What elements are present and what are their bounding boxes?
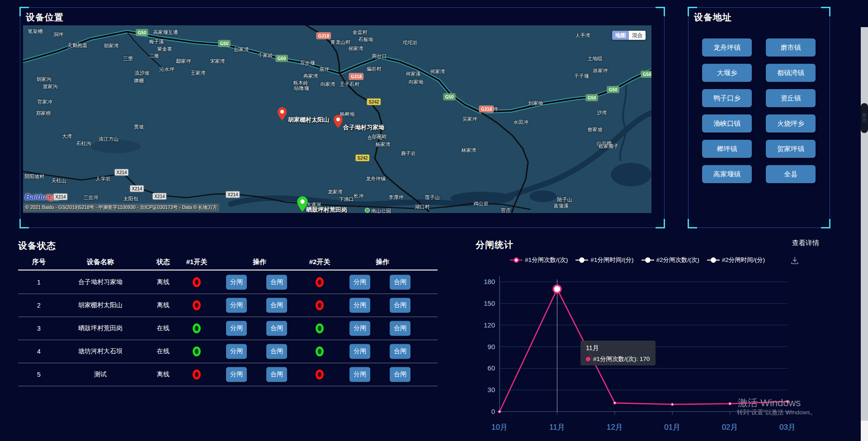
map-type-option-map[interactable]: 地图 [612, 31, 629, 40]
baidu-map[interactable]: 地图混合 Baidu地图 © 2021 Baidu - GS(2019)5218… [23, 25, 651, 213]
map-type-option-hybrid[interactable]: 混合 [629, 31, 646, 40]
map-place-label: 下渔口 [339, 196, 354, 203]
map-place-label: 阴阳坡村 [24, 173, 44, 180]
map-place-label: 人手湾 [576, 32, 590, 39]
map-place-label: 笔架槽 [28, 28, 43, 35]
open-switch2-button[interactable]: 分闸 [349, 298, 370, 313]
map-marker-label: 晒鼓坪村荒田岗 [306, 206, 347, 213]
svg-text:120: 120 [484, 321, 495, 329]
close-switch1-button[interactable]: 合闸 [266, 344, 287, 359]
legend-item-0[interactable]: #1分闸次数/(次) [510, 256, 568, 264]
scrollbar-track[interactable] [861, 27, 868, 421]
map-place-label: 官庄 [501, 207, 511, 213]
close-switch1-button[interactable]: 合闸 [266, 275, 287, 289]
address-button-5[interactable]: 资丘镇 [766, 89, 816, 107]
legend-item-1[interactable]: #1分闸时间/(分) [576, 256, 633, 264]
device-location-panel: 设备位置 地图混合 Baidu地图 © 2021 Baidu - GS(2019… [20, 7, 665, 228]
view-details-link[interactable]: 查看详情 [792, 239, 819, 247]
map-place-label: 沙湾 [597, 109, 607, 116]
open-switch2-button[interactable]: 分闸 [349, 367, 370, 382]
svg-text:12月: 12月 [607, 423, 623, 432]
address-panel-title: 设备地址 [694, 11, 732, 24]
close-switch1-button[interactable]: 合闸 [266, 367, 287, 382]
map-place-label: 石板坳 [359, 36, 373, 43]
address-button-0[interactable]: 龙舟坪镇 [702, 38, 752, 57]
map-place-label: 两岔口 [372, 53, 387, 60]
close-switch2-button[interactable]: 合闸 [390, 321, 410, 336]
map-place-label: 路家坪 [593, 67, 608, 74]
open-switch1-button[interactable]: 分闸 [226, 344, 247, 359]
open-switch2-button[interactable]: 分闸 [349, 321, 370, 336]
close-switch2-button[interactable]: 合闸 [390, 367, 410, 382]
cell-status: 离线 [157, 370, 170, 379]
address-button-3[interactable]: 都镇湾镇 [766, 64, 816, 82]
map-place-label: 杨家湾 [376, 141, 391, 148]
map-panel-title: 设备位置 [26, 11, 64, 24]
cell-device-name: 塘坊河村大石坝 [78, 347, 123, 356]
svg-text:60: 60 [487, 364, 495, 372]
table-row: 2胡家棚村太阳山离线分闸合闸分闸合闸 [18, 294, 438, 317]
legend-label: #1分闸次数/(次) [525, 256, 568, 264]
open-switch2-button[interactable]: 分闸 [349, 275, 370, 289]
cell-status: 在线 [157, 324, 170, 332]
legend-item-3[interactable]: #2分闸时间/(分) [707, 256, 765, 264]
map-attribution: © 2021 Baidu - GS(2019)5218号 - 甲测资字11009… [23, 204, 219, 212]
column-header: #1开关 [186, 258, 208, 266]
open-switch1-button[interactable]: 分闸 [226, 367, 247, 382]
chart-legend: #1分闸次数/(次)#1分闸时间/(分)#2分闸次数/(次)#2分闸时间/(分) [510, 256, 765, 264]
table-row: 3晒鼓坪村荒田岗在线分闸合闸分闸合闸 [18, 317, 438, 340]
close-switch2-button[interactable]: 合闸 [390, 298, 410, 313]
road-badge-g50: G50 [586, 95, 598, 101]
scrollbar-corner [861, 421, 868, 441]
map-place-label: 石柱沟 [76, 140, 91, 147]
column-header: 序号 [32, 258, 46, 266]
cell-status: 在线 [157, 347, 170, 356]
open-switch1-button[interactable]: 分闸 [226, 275, 247, 289]
address-button-7[interactable]: 火烧坪乡 [766, 114, 816, 133]
address-button-10[interactable]: 高家堰镇 [702, 165, 752, 183]
open-switch1-button[interactable]: 分闸 [226, 321, 247, 336]
windows-activation-watermark: 激活 Windows [738, 396, 801, 410]
map-place-label: 官家冲 [38, 99, 52, 105]
map-type-control[interactable]: 地图混合 [612, 31, 646, 40]
map-place-label: 长冲 [354, 193, 363, 199]
address-button-11[interactable]: 全县 [766, 165, 816, 183]
map-place-label: 侯家湾 [349, 45, 363, 52]
map-place-label: 何家湾 [430, 68, 445, 75]
address-button-6[interactable]: 渔峡口镇 [702, 114, 752, 133]
close-switch2-button[interactable]: 合闸 [390, 344, 410, 359]
column-header: #2开关 [309, 258, 330, 266]
map-marker-pin[interactable] [278, 107, 287, 122]
address-button-2[interactable]: 大堰乡 [702, 64, 752, 82]
table-row: 5测试离线分闸合闸分闸合闸 [18, 363, 438, 386]
map-marker-pin[interactable] [334, 115, 343, 130]
legend-label: #1分闸时间/(分) [590, 256, 633, 264]
open-switch2-button[interactable]: 分闸 [349, 344, 370, 359]
road-badge-x214: X214 [226, 191, 240, 198]
column-header: 操作 [376, 258, 389, 266]
close-switch1-button[interactable]: 合闸 [266, 298, 287, 313]
open-switch1-button[interactable]: 分闸 [226, 298, 247, 313]
svg-text:90: 90 [487, 343, 495, 351]
close-switch2-button[interactable]: 合闸 [390, 275, 410, 289]
road-badge-g50: G50 [218, 40, 231, 47]
download-icon[interactable] [790, 256, 799, 267]
map-place-label: 三堡 [123, 55, 133, 62]
corner-decoration [821, 7, 830, 16]
map-place-label: 腰棚 [134, 77, 144, 84]
address-button-4[interactable]: 鸭子口乡 [702, 89, 752, 107]
address-button-9[interactable]: 贺家坪镇 [766, 140, 816, 158]
switch2-status-indicator-red [316, 277, 324, 287]
map-place-label: 麂子岩 [401, 150, 416, 157]
map-place-label: 土地咀 [588, 55, 603, 62]
road-badge-g50: G50 [443, 94, 456, 100]
legend-item-2[interactable]: #2分闸次数/(次) [642, 256, 699, 264]
road-badge-g318: G318 [349, 73, 363, 80]
svg-text:150: 150 [484, 299, 495, 307]
scrollbar-thumb[interactable] [861, 103, 868, 133]
close-switch1-button[interactable]: 合闸 [266, 321, 287, 336]
corner-decoration [656, 7, 665, 16]
column-header: 状态 [156, 258, 170, 266]
address-button-1[interactable]: 磨市镇 [766, 38, 816, 57]
address-button-8[interactable]: 榔坪镇 [702, 140, 752, 158]
